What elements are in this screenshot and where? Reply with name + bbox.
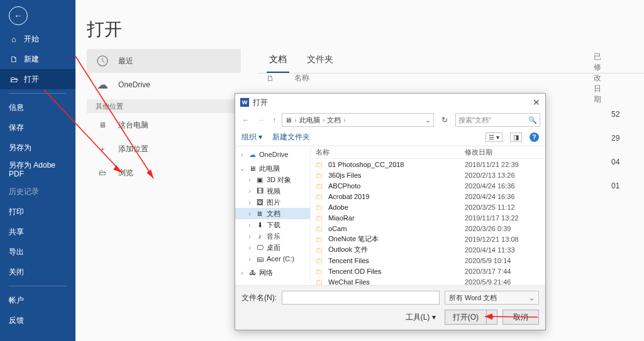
filename-input[interactable] bbox=[282, 291, 440, 305]
folder-icon: 🗀 bbox=[316, 246, 325, 254]
nav-saveas[interactable]: 另存为 bbox=[0, 138, 75, 158]
nav-saveas-pdf[interactable]: 另存为 Adobe PDF bbox=[0, 158, 75, 181]
list-item[interactable]: 🗀WeChat Files2020/5/9 21:46 bbox=[311, 276, 545, 285]
nav-close[interactable]: 关闭 bbox=[0, 262, 75, 282]
dialog-help-button[interactable]: ? bbox=[530, 133, 539, 142]
tools-menu[interactable]: 工具(L) ▾ bbox=[406, 312, 436, 323]
chevron-down-icon[interactable]: ⌄ bbox=[425, 116, 431, 124]
search-icon: 🔍 bbox=[528, 116, 537, 124]
tab-folders[interactable]: 文件夹 bbox=[304, 49, 336, 73]
nav-home[interactable]: ⌂开始 bbox=[0, 29, 75, 49]
folder-icon: 🗀 bbox=[316, 171, 325, 179]
preview-pane-button[interactable]: ◨ bbox=[510, 133, 522, 142]
folder-tree: ›☁OneDrive ⌄🖥此电脑 ›▣3D 对象 ›🎞视频 ›🖼图片 ›🗎文档 … bbox=[235, 146, 311, 285]
nav-share[interactable]: 共享 bbox=[0, 222, 75, 242]
bg-row-value: 01 bbox=[611, 181, 619, 190]
folder-icon: 🗀 bbox=[316, 193, 325, 200]
tree-thispc[interactable]: ⌄🖥此电脑 bbox=[235, 163, 310, 174]
location-thispc[interactable]: 🖥 这台电脑 bbox=[87, 113, 241, 137]
tab-documents[interactable]: 文档 bbox=[267, 49, 289, 73]
onedrive-icon: ☁ bbox=[96, 78, 109, 92]
breadcrumb[interactable]: 🖥› 此电脑› 文档› ⌄ bbox=[282, 113, 434, 127]
dialog-close-button[interactable]: ✕ bbox=[533, 97, 540, 107]
refresh-button[interactable]: ↻ bbox=[438, 113, 452, 127]
location-recent[interactable]: 最近 bbox=[87, 49, 241, 73]
back-button[interactable]: ← bbox=[9, 6, 28, 25]
locations-other-heading: 其他位置 bbox=[87, 99, 241, 113]
folder-icon: 🗀 bbox=[316, 161, 325, 168]
dialog-title: 打开 bbox=[253, 97, 268, 108]
network-icon: 🖧 bbox=[248, 269, 257, 276]
list-item[interactable]: 🗀ABCPhoto2020/4/24 16:36 bbox=[311, 180, 545, 191]
nav-account[interactable]: 帐户 bbox=[0, 290, 75, 310]
folder-icon: 🗀 bbox=[316, 268, 325, 275]
tree-desktop[interactable]: ›🖵桌面 bbox=[235, 242, 310, 253]
list-item[interactable]: 🗀oCam2020/3/26 0:39 bbox=[311, 223, 545, 234]
list-item[interactable]: 🗀Adobe2020/3/25 11:12 bbox=[311, 202, 545, 212]
filename-label: 文件名(N): bbox=[242, 293, 277, 303]
view-mode-button[interactable]: ☰ ▾ bbox=[486, 133, 502, 142]
nav-up-button[interactable]: ↑ bbox=[270, 116, 278, 124]
open-icon: 🗁 bbox=[9, 75, 19, 84]
bg-row-value: 29 bbox=[611, 134, 619, 143]
nav-print[interactable]: 打印 bbox=[0, 202, 75, 222]
tree-network[interactable]: ›🖧网络 bbox=[235, 267, 310, 278]
folder-icon: 🗀 bbox=[316, 225, 325, 232]
list-item[interactable]: 🗀01 Photoshop_CC_20182018/11/21 22:39 bbox=[311, 159, 545, 170]
search-input[interactable]: 搜索"文档" 🔍 bbox=[455, 113, 540, 127]
tree-acer-c[interactable]: ›🖴Acer (C:) bbox=[235, 253, 310, 264]
list-col-modified[interactable]: 修改日期 bbox=[465, 148, 540, 157]
file-type-filter[interactable]: 所有 Word 文档⌄ bbox=[445, 291, 539, 305]
desktop-icon: 🖵 bbox=[255, 244, 264, 251]
folder-icon: 🗀 bbox=[316, 235, 325, 243]
nav-feedback[interactable]: 反馈 bbox=[0, 310, 75, 330]
new-icon: 🗋 bbox=[9, 55, 19, 64]
open-button[interactable]: 打开(O)▾ bbox=[445, 310, 497, 325]
pc-icon: 🖥 bbox=[96, 118, 109, 132]
tree-music[interactable]: ›♪音乐 bbox=[235, 230, 310, 242]
list-item[interactable]: 🗀OneNote 笔记本2019/12/21 13:08 bbox=[311, 234, 545, 244]
location-browse[interactable]: 🗁 浏览 bbox=[87, 161, 241, 185]
list-item[interactable]: 🗀MiaoRar2019/11/17 13:22 bbox=[311, 212, 545, 223]
tree-pictures[interactable]: ›🖼图片 bbox=[235, 197, 310, 208]
folder-open-icon: 🗁 bbox=[96, 166, 109, 180]
nav-history: 历史记录 bbox=[0, 181, 75, 202]
tree-downloads[interactable]: ›⬇下载 bbox=[235, 219, 310, 230]
folder-icon: 🗀 bbox=[316, 257, 325, 264]
nav-forward-button[interactable]: → bbox=[255, 116, 267, 124]
tree-3dobjects[interactable]: ›▣3D 对象 bbox=[235, 174, 310, 185]
onedrive-icon: ☁ bbox=[248, 151, 257, 159]
documents-icon: 🗎 bbox=[255, 210, 264, 217]
cube-icon: ▣ bbox=[255, 176, 264, 184]
drive-icon: 🖴 bbox=[255, 255, 264, 263]
list-item[interactable]: 🗀Tencent Files2020/5/9 10:14 bbox=[311, 255, 545, 266]
nav-back-button[interactable]: ← bbox=[240, 116, 252, 124]
list-item[interactable]: 🗀Tencent OD Files2020/3/17 7:44 bbox=[311, 266, 545, 276]
list-item[interactable]: 🗀Outlook 文件2020/4/14 11:33 bbox=[311, 244, 545, 255]
location-onedrive[interactable]: ☁ OneDrive bbox=[87, 73, 241, 97]
list-col-name[interactable]: 名称 bbox=[316, 148, 465, 157]
tree-videos[interactable]: ›🎞视频 bbox=[235, 185, 310, 197]
clock-icon bbox=[96, 54, 109, 68]
nav-new[interactable]: 🗋新建 bbox=[0, 49, 75, 69]
tree-documents[interactable]: ›🗎文档 bbox=[235, 208, 310, 219]
file-open-dialog: W 打开 ✕ ← → ↑ 🖥› 此电脑› 文档› ⌄ ↻ 搜索"文档" 🔍 组织… bbox=[235, 93, 546, 330]
folder-icon: 🗀 bbox=[316, 214, 325, 222]
nav-open[interactable]: 🗁打开 bbox=[0, 69, 75, 89]
cancel-button[interactable]: 取消 bbox=[502, 310, 539, 325]
location-addplace[interactable]: ＋ 添加位置 bbox=[87, 137, 241, 161]
pc-icon: 🖥 bbox=[285, 116, 292, 124]
nav-export[interactable]: 导出 bbox=[0, 242, 75, 262]
organize-menu[interactable]: 组织 ▾ bbox=[242, 132, 262, 143]
list-item[interactable]: 🗀360js Files2020/2/13 13:26 bbox=[311, 170, 545, 180]
nav-save[interactable]: 保存 bbox=[0, 117, 75, 138]
list-item[interactable]: 🗀Acrobat 20192020/4/24 16:36 bbox=[311, 191, 545, 202]
col-name: 名称 bbox=[294, 73, 309, 84]
tree-onedrive[interactable]: ›☁OneDrive bbox=[235, 149, 310, 160]
col-modified: 已修改日期 bbox=[594, 51, 601, 105]
new-folder-button[interactable]: 新建文件夹 bbox=[272, 132, 310, 143]
video-icon: 🎞 bbox=[255, 187, 264, 195]
home-icon: ⌂ bbox=[9, 35, 19, 44]
nav-info[interactable]: 信息 bbox=[0, 97, 75, 117]
folder-icon: 🗀 bbox=[316, 203, 325, 211]
